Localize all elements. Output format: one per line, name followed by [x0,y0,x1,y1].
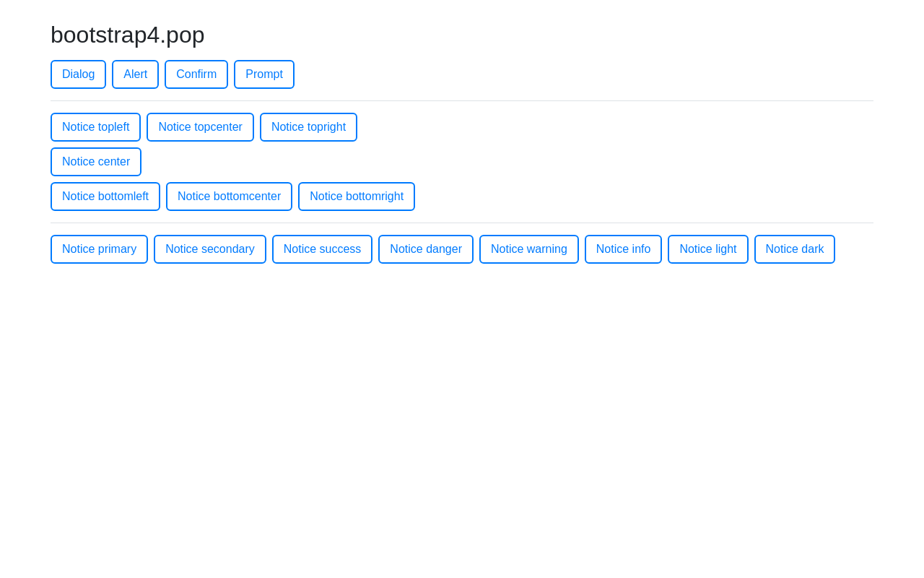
notice-top-row: Notice topleft Notice topcenter Notice t… [51,113,873,142]
notice-center-button[interactable]: Notice center [51,147,141,176]
divider-2 [51,223,873,223]
notice-bottomcenter-button[interactable]: Notice bottomcenter [166,182,292,211]
notice-bottomleft-button[interactable]: Notice bottomleft [51,182,160,211]
notice-info-button[interactable]: Notice info [585,235,663,264]
notice-topright-button[interactable]: Notice topright [260,113,357,142]
notice-variants-row: Notice primary Notice secondary Notice s… [51,235,873,264]
notice-danger-button[interactable]: Notice danger [378,235,474,264]
notice-topleft-button[interactable]: Notice topleft [51,113,141,142]
notice-bottom-row: Notice bottomleft Notice bottomcenter No… [51,182,873,211]
prompt-button[interactable]: Prompt [234,60,295,89]
page-title: bootstrap4.pop [51,22,873,48]
dialog-button[interactable]: Dialog [51,60,106,89]
confirm-button[interactable]: Confirm [165,60,228,89]
notice-light-button[interactable]: Notice light [668,235,748,264]
notice-secondary-button[interactable]: Notice secondary [154,235,266,264]
notice-topcenter-button[interactable]: Notice topcenter [147,113,254,142]
dialog-row: Dialog Alert Confirm Prompt [51,60,873,89]
notice-center-row: Notice center [51,147,873,176]
notice-dark-button[interactable]: Notice dark [754,235,836,264]
notice-success-button[interactable]: Notice success [272,235,373,264]
alert-button[interactable]: Alert [112,60,159,89]
notice-bottomright-button[interactable]: Notice bottomright [298,182,415,211]
divider-1 [51,100,873,101]
notice-warning-button[interactable]: Notice warning [479,235,579,264]
notice-primary-button[interactable]: Notice primary [51,235,148,264]
